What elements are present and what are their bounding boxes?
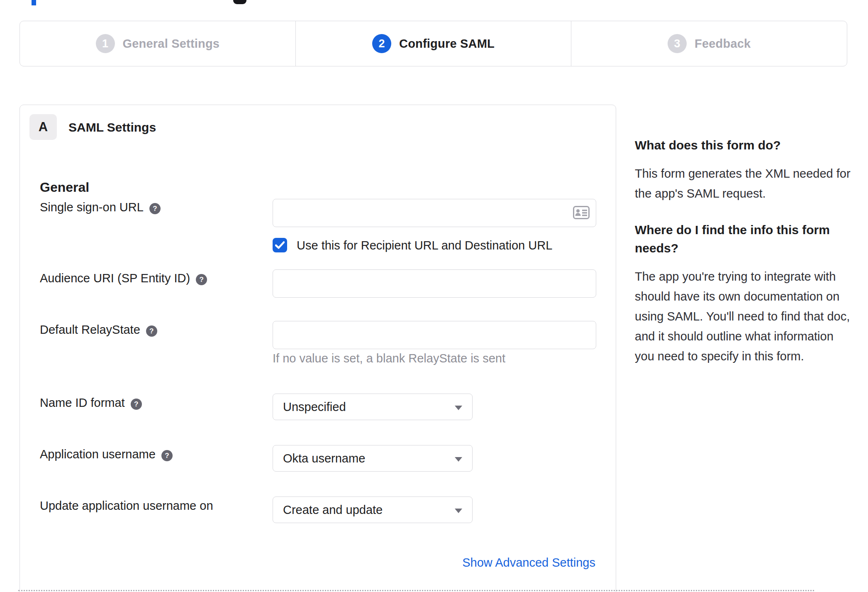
update-username-label-text: Update application username on xyxy=(40,499,213,512)
step-2-label: Configure SAML xyxy=(399,37,495,51)
app-username-help-icon[interactable]: ? xyxy=(161,450,173,461)
audience-uri-input-wrap xyxy=(273,269,596,298)
relaystate-input-wrap xyxy=(273,321,596,349)
help-answer-1: This form generates the XML needed for t… xyxy=(635,164,852,203)
step-general-settings[interactable]: 1 General Settings xyxy=(20,21,295,66)
sso-url-input-wrap xyxy=(273,199,596,227)
chevron-down-icon xyxy=(455,457,462,462)
help-sidebar: What does this form do? This form genera… xyxy=(635,136,852,384)
section-title: SAML Settings xyxy=(68,120,156,135)
show-advanced-settings-link[interactable]: Show Advanced Settings xyxy=(462,556,595,570)
help-question-2: Where do I find the info this form needs… xyxy=(635,221,852,257)
general-group-heading: General xyxy=(40,180,89,195)
name-id-format-help-icon[interactable]: ? xyxy=(131,399,142,410)
update-username-label: Update application username on xyxy=(40,499,213,513)
wizard-stepper: 1 General Settings 2 Configure SAML 3 Fe… xyxy=(20,21,847,66)
relaystate-input[interactable] xyxy=(273,321,596,349)
relaystate-label: Default RelayState? xyxy=(40,323,157,337)
audience-uri-help-icon[interactable]: ? xyxy=(196,274,207,285)
name-id-format-label-text: Name ID format xyxy=(40,396,125,409)
relaystate-hint: If no value is set, a blank RelayState i… xyxy=(273,352,505,365)
sso-url-label: Single sign-on URL? xyxy=(40,201,161,214)
checkmark-icon xyxy=(275,241,285,249)
help-answer-2: The app you're trying to integrate with … xyxy=(635,267,852,366)
chevron-down-icon xyxy=(455,509,462,513)
update-username-value: Create and update xyxy=(283,503,383,517)
step-configure-saml[interactable]: 2 Configure SAML xyxy=(295,21,571,66)
step-1-number-badge: 1 xyxy=(96,34,115,53)
sso-url-help-icon[interactable]: ? xyxy=(149,203,161,214)
step-feedback[interactable]: 3 Feedback xyxy=(571,21,847,66)
step-1-label: General Settings xyxy=(123,37,220,51)
name-id-format-select[interactable]: Unspecified xyxy=(273,394,473,420)
step-3-label: Feedback xyxy=(695,37,751,51)
recipient-url-checkbox[interactable] xyxy=(273,238,287,252)
cutoff-blue-mark xyxy=(32,0,36,5)
capture-dotted-line xyxy=(18,590,814,591)
audience-uri-label-text: Audience URI (SP Entity ID) xyxy=(40,272,190,285)
cutoff-dark-icon xyxy=(233,0,246,4)
name-id-format-value: Unspecified xyxy=(283,400,346,414)
relaystate-label-text: Default RelayState xyxy=(40,323,140,336)
app-username-label: Application username? xyxy=(40,448,173,461)
name-id-format-label: Name ID format? xyxy=(40,396,142,410)
app-username-value: Okta username xyxy=(283,452,365,465)
app-username-select[interactable]: Okta username xyxy=(273,445,473,472)
app-username-label-text: Application username xyxy=(40,448,156,461)
audience-uri-input[interactable] xyxy=(273,269,596,298)
sso-url-input[interactable] xyxy=(273,199,596,227)
saml-settings-panel: A SAML Settings General Single sign-on U… xyxy=(20,105,616,592)
step-3-number-badge: 3 xyxy=(668,34,687,53)
chevron-down-icon xyxy=(455,406,462,410)
contact-card-icon xyxy=(573,206,590,219)
audience-uri-label: Audience URI (SP Entity ID)? xyxy=(40,272,207,285)
relaystate-help-icon[interactable]: ? xyxy=(146,325,157,337)
sso-url-label-text: Single sign-on URL xyxy=(40,201,144,214)
step-2-number-badge: 2 xyxy=(372,34,391,53)
help-question-1: What does this form do? xyxy=(635,136,852,154)
recipient-url-checkbox-label: Use this for Recipient URL and Destinati… xyxy=(297,239,552,252)
section-a-badge: A xyxy=(29,114,57,140)
update-username-select[interactable]: Create and update xyxy=(273,497,473,523)
